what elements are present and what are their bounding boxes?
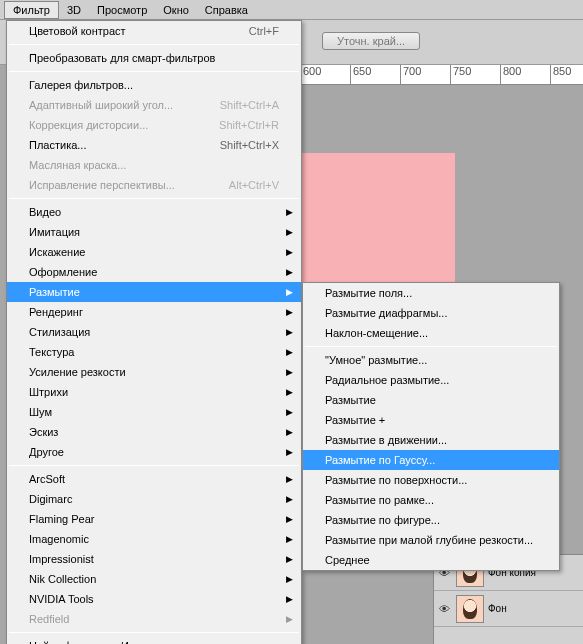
submenu-arrow-icon: ▶ bbox=[286, 347, 293, 357]
submenu-arrow-icon: ▶ bbox=[286, 267, 293, 277]
menu-item-flaming-pear[interactable]: Flaming Pear▶ bbox=[7, 509, 301, 529]
ruler-tick: 850 bbox=[550, 65, 583, 84]
layer-row[interactable]: 👁 Фон bbox=[434, 591, 583, 627]
blur-submenu: Размытие поля... Размытие диафрагмы... Н… bbox=[302, 282, 560, 571]
menu-item-surface-blur[interactable]: Размытие по поверхности... bbox=[303, 470, 559, 490]
menu-item-radial-blur[interactable]: Радиальное размытие... bbox=[303, 370, 559, 390]
menu-item-field-blur[interactable]: Размытие поля... bbox=[303, 283, 559, 303]
menu-item-average[interactable]: Среднее bbox=[303, 550, 559, 570]
menu-item-stylize[interactable]: Стилизация▶ bbox=[7, 322, 301, 342]
menu-item-digimarc[interactable]: Digimarc▶ bbox=[7, 489, 301, 509]
menu-3d[interactable]: 3D bbox=[59, 2, 89, 18]
menu-item-blur[interactable]: Размытие bbox=[303, 390, 559, 410]
menu-item-oil-paint: Масляная краска... bbox=[7, 155, 301, 175]
ruler-tick: 650 bbox=[350, 65, 400, 84]
menu-item-nvidia-tools[interactable]: NVIDIA Tools▶ bbox=[7, 589, 301, 609]
menu-separator bbox=[9, 465, 299, 466]
layer-name[interactable]: Фон bbox=[488, 603, 581, 614]
ruler-tick: 750 bbox=[450, 65, 500, 84]
ruler-horizontal: 600 650 700 750 800 850 900 950 1000 bbox=[300, 65, 583, 85]
menu-item-lens-correction: Коррекция дисторсии...Shift+Ctrl+R bbox=[7, 115, 301, 135]
ruler-tick: 600 bbox=[300, 65, 350, 84]
submenu-arrow-icon: ▶ bbox=[286, 514, 293, 524]
submenu-arrow-icon: ▶ bbox=[286, 387, 293, 397]
menu-item-blur-more[interactable]: Размытие + bbox=[303, 410, 559, 430]
menu-item-sharpen[interactable]: Усиление резкости▶ bbox=[7, 362, 301, 382]
menu-item-box-blur[interactable]: Размытие по рамке... bbox=[303, 490, 559, 510]
menu-item-arcsoft[interactable]: ArcSoft▶ bbox=[7, 469, 301, 489]
menu-separator bbox=[9, 71, 299, 72]
menu-item-last-filter[interactable]: Цветовой контрастCtrl+F bbox=[7, 21, 301, 41]
submenu-arrow-icon: ▶ bbox=[286, 427, 293, 437]
menu-item-video[interactable]: Видео▶ bbox=[7, 202, 301, 222]
menu-filter[interactable]: Фильтр bbox=[4, 1, 59, 19]
submenu-arrow-icon: ▶ bbox=[286, 574, 293, 584]
menu-item-convert-smart[interactable]: Преобразовать для смарт-фильтров bbox=[7, 48, 301, 68]
filter-menu: Цветовой контрастCtrl+F Преобразовать дл… bbox=[6, 20, 302, 644]
submenu-arrow-icon: ▶ bbox=[286, 407, 293, 417]
menu-item-adaptive-wide: Адаптивный широкий угол...Shift+Ctrl+A bbox=[7, 95, 301, 115]
menu-item-shape-blur[interactable]: Размытие по фигуре... bbox=[303, 510, 559, 530]
ruler-tick: 800 bbox=[500, 65, 550, 84]
submenu-arrow-icon: ▶ bbox=[286, 494, 293, 504]
menu-item-texture[interactable]: Текстура▶ bbox=[7, 342, 301, 362]
menu-item-imagenomic[interactable]: Imagenomic▶ bbox=[7, 529, 301, 549]
refine-edge-button[interactable]: Уточн. край... bbox=[322, 32, 420, 50]
menu-item-other[interactable]: Другое▶ bbox=[7, 442, 301, 462]
menu-separator bbox=[9, 198, 299, 199]
submenu-arrow-icon: ▶ bbox=[286, 474, 293, 484]
menu-item-distort[interactable]: Искажение▶ bbox=[7, 242, 301, 262]
menu-item-artistic[interactable]: Имитация▶ bbox=[7, 222, 301, 242]
menu-separator bbox=[9, 44, 299, 45]
menu-help[interactable]: Справка bbox=[197, 2, 256, 18]
submenu-arrow-icon: ▶ bbox=[286, 307, 293, 317]
submenu-arrow-icon: ▶ bbox=[286, 227, 293, 237]
submenu-arrow-icon: ▶ bbox=[286, 207, 293, 217]
submenu-arrow-icon: ▶ bbox=[286, 594, 293, 604]
menu-item-tilt-shift[interactable]: Наклон-смещение... bbox=[303, 323, 559, 343]
menu-item-brush-strokes[interactable]: Штрихи▶ bbox=[7, 382, 301, 402]
menu-separator bbox=[9, 632, 299, 633]
menu-item-blur[interactable]: Размытие▶ bbox=[7, 282, 301, 302]
submenu-arrow-icon: ▶ bbox=[286, 367, 293, 377]
menu-item-sketch[interactable]: Эскиз▶ bbox=[7, 422, 301, 442]
menu-item-iris-blur[interactable]: Размытие диафрагмы... bbox=[303, 303, 559, 323]
menu-item-impressionist[interactable]: Impressionist▶ bbox=[7, 549, 301, 569]
menu-window[interactable]: Окно bbox=[155, 2, 197, 18]
submenu-arrow-icon: ▶ bbox=[286, 447, 293, 457]
menu-item-nik-collection[interactable]: Nik Collection▶ bbox=[7, 569, 301, 589]
menu-item-smart-blur[interactable]: "Умное" размытие... bbox=[303, 350, 559, 370]
menubar: Фильтр 3D Просмотр Окно Справка bbox=[0, 0, 583, 20]
submenu-arrow-icon: ▶ bbox=[286, 554, 293, 564]
menu-item-browse-online[interactable]: Найти фильтры в Интернете... bbox=[7, 636, 301, 644]
ruler-tick: 700 bbox=[400, 65, 450, 84]
canvas-selection bbox=[300, 153, 455, 303]
menu-item-gaussian-blur[interactable]: Размытие по Гауссу... bbox=[303, 450, 559, 470]
submenu-arrow-icon: ▶ bbox=[286, 327, 293, 337]
submenu-arrow-icon: ▶ bbox=[286, 247, 293, 257]
menu-item-pixelate[interactable]: Оформление▶ bbox=[7, 262, 301, 282]
menu-separator bbox=[305, 346, 557, 347]
submenu-arrow-icon: ▶ bbox=[286, 534, 293, 544]
submenu-arrow-icon: ▶ bbox=[286, 287, 293, 297]
menu-item-vanishing-point: Исправление перспективы...Alt+Ctrl+V bbox=[7, 175, 301, 195]
menu-item-motion-blur[interactable]: Размытие в движении... bbox=[303, 430, 559, 450]
menu-item-lens-blur[interactable]: Размытие при малой глубине резкости... bbox=[303, 530, 559, 550]
visibility-icon[interactable]: 👁 bbox=[436, 603, 452, 615]
menu-view[interactable]: Просмотр bbox=[89, 2, 155, 18]
menu-item-render[interactable]: Рендеринг▶ bbox=[7, 302, 301, 322]
menu-item-filter-gallery[interactable]: Галерея фильтров... bbox=[7, 75, 301, 95]
menu-item-noise[interactable]: Шум▶ bbox=[7, 402, 301, 422]
submenu-arrow-icon: ▶ bbox=[286, 614, 293, 624]
layer-thumbnail[interactable] bbox=[456, 595, 484, 623]
menu-item-liquify[interactable]: Пластика...Shift+Ctrl+X bbox=[7, 135, 301, 155]
menu-item-redfield: Redfield▶ bbox=[7, 609, 301, 629]
